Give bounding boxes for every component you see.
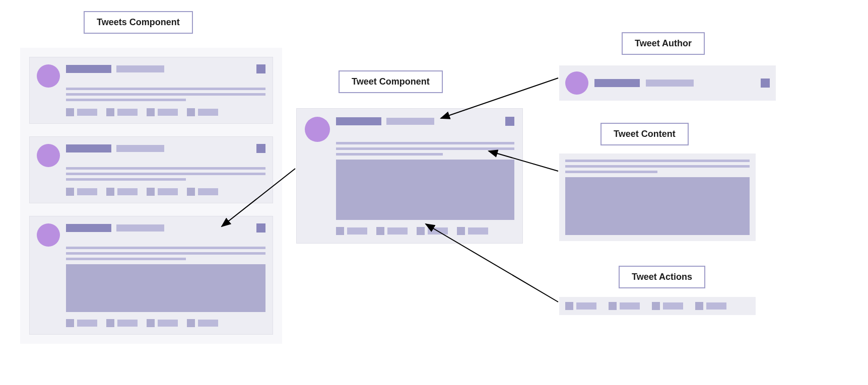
action-item [147, 108, 178, 116]
menu-icon [256, 144, 265, 153]
action-item [147, 319, 178, 327]
action-icon [336, 227, 344, 235]
action-text-placeholder [620, 302, 640, 310]
action-text-placeholder [468, 227, 488, 235]
action-item [187, 188, 218, 196]
author-handle-placeholder [116, 65, 164, 72]
tweet-header [37, 223, 265, 247]
avatar-icon [565, 71, 588, 95]
tweet-actions-component [559, 297, 756, 315]
action-icon [187, 108, 195, 116]
text-line-placeholder [565, 165, 750, 168]
action-icon [66, 188, 74, 196]
media-placeholder [66, 264, 265, 312]
action-item [106, 108, 138, 116]
action-item [565, 302, 596, 310]
label-tweet-content: Tweet Content [600, 123, 689, 145]
tweet-content-component [559, 153, 756, 241]
menu-icon [256, 223, 265, 233]
action-text-placeholder [198, 109, 218, 116]
tweet-body [66, 88, 265, 101]
author-handle-placeholder [116, 145, 164, 152]
action-item [66, 108, 97, 116]
action-text-placeholder [198, 188, 218, 195]
avatar-icon [37, 64, 60, 88]
tweet-body [66, 167, 265, 181]
tweets-component-container [20, 48, 282, 344]
action-icon [376, 227, 384, 235]
tweet-body [336, 142, 514, 220]
action-text-placeholder [576, 302, 596, 310]
action-item [695, 302, 726, 310]
actions-row [66, 188, 265, 196]
action-text-placeholder [117, 109, 138, 116]
media-placeholder [336, 160, 514, 220]
action-text-placeholder [347, 227, 367, 235]
action-item [66, 319, 97, 327]
action-item [106, 188, 138, 196]
action-item [376, 227, 408, 235]
action-item [147, 188, 178, 196]
author-handle-placeholder [646, 80, 694, 87]
avatar-icon [37, 144, 60, 167]
action-item [66, 188, 97, 196]
text-line-placeholder [66, 247, 265, 249]
action-text-placeholder [158, 188, 178, 195]
action-text-placeholder [77, 188, 97, 195]
action-item [652, 302, 683, 310]
tweet-header [37, 144, 265, 167]
action-text-placeholder [158, 320, 178, 327]
text-line-placeholder [66, 252, 265, 255]
action-icon [187, 188, 195, 196]
tweet-card [29, 57, 273, 124]
action-icon [147, 188, 155, 196]
author-handle-placeholder [386, 118, 434, 125]
text-line-placeholder [336, 147, 514, 150]
menu-icon [256, 64, 265, 73]
action-text-placeholder [77, 320, 97, 327]
tweet-component-single [296, 108, 523, 244]
label-tweet-author: Tweet Author [622, 32, 705, 55]
author-name-placeholder [66, 65, 111, 73]
action-icon [106, 108, 114, 116]
action-item [187, 319, 218, 327]
text-line-placeholder [336, 142, 514, 144]
text-line-placeholder [66, 99, 186, 101]
action-text-placeholder [387, 227, 408, 235]
action-icon [695, 302, 703, 310]
author-name-placeholder [66, 144, 111, 152]
actions-row [66, 108, 265, 116]
action-text-placeholder [706, 302, 726, 310]
text-line-placeholder [565, 171, 657, 173]
menu-icon [761, 79, 770, 88]
text-line-placeholder [66, 167, 265, 170]
action-icon [106, 319, 114, 327]
author-name-placeholder [66, 224, 111, 232]
action-icon [609, 302, 617, 310]
text-line-placeholder [66, 178, 186, 181]
media-placeholder [565, 177, 750, 235]
text-line-placeholder [66, 173, 265, 175]
action-text-placeholder [117, 320, 138, 327]
action-icon [106, 188, 114, 196]
actions-row [336, 227, 514, 235]
action-item [336, 227, 367, 235]
text-line-placeholder [336, 153, 443, 156]
avatar-icon [305, 117, 330, 142]
label-tweets-component: Tweets Component [84, 11, 193, 34]
label-tweet-actions: Tweet Actions [619, 266, 705, 288]
action-item [417, 227, 448, 235]
action-item [457, 227, 488, 235]
author-name-placeholder [336, 117, 381, 125]
action-icon [652, 302, 660, 310]
action-text-placeholder [158, 109, 178, 116]
tweet-header [37, 64, 265, 88]
action-icon [457, 227, 465, 235]
text-line-placeholder [66, 258, 186, 260]
action-icon [565, 302, 573, 310]
tweet-author-component [559, 65, 776, 101]
action-icon [147, 319, 155, 327]
text-line-placeholder [66, 93, 265, 96]
author-handle-placeholder [116, 224, 164, 232]
tweet-header [305, 117, 514, 142]
